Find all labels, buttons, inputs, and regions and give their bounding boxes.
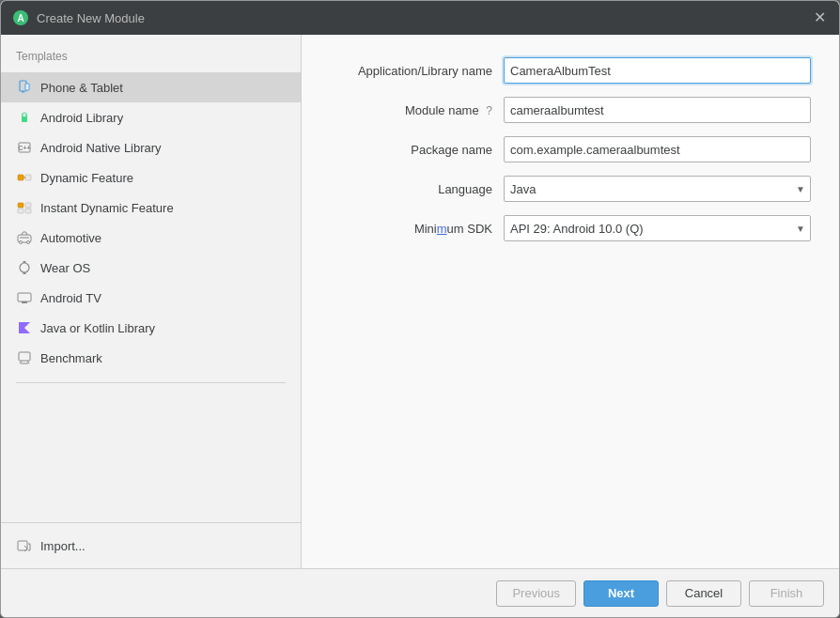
module-name-input[interactable] (504, 97, 811, 123)
sidebar-item-label: Wear OS (40, 261, 90, 275)
package-name-row: Package name (330, 136, 811, 162)
sidebar-item-wear-os[interactable]: Wear OS (1, 253, 301, 283)
sidebar-divider (16, 382, 286, 383)
wear-icon (16, 259, 33, 276)
min-sdk-row: Minimum SDK API 29: Android 10.0 (Q) API… (330, 215, 811, 241)
app-name-row: Application/Library name (330, 57, 811, 84)
main-content: Application/Library name Module name ? P… (302, 35, 839, 568)
package-name-label: Package name (330, 143, 504, 157)
sidebar-item-benchmark[interactable]: Benchmark (1, 343, 301, 373)
close-button[interactable]: ✕ (812, 10, 828, 25)
app-name-label: Application/Library name (330, 64, 504, 78)
kotlin-icon (16, 319, 33, 336)
sidebar-item-android-native[interactable]: C++ Android Native Library (1, 132, 301, 162)
dialog-footer: Previous Next Cancel Finish (1, 568, 839, 617)
native-icon: C++ (16, 139, 33, 156)
sidebar-item-label: Dynamic Feature (40, 171, 133, 185)
svg-rect-20 (23, 272, 26, 274)
create-module-dialog: A Create New Module ✕ Templates Phone & … (0, 0, 840, 618)
svg-text:C++: C++ (18, 145, 30, 151)
tv-icon (16, 289, 33, 306)
instant-icon (16, 199, 33, 216)
sidebar-item-import[interactable]: Import... (1, 531, 301, 561)
sidebar-item-instant-dynamic[interactable]: Instant Dynamic Feature (1, 193, 301, 223)
sidebar-item-label: Phone & Tablet (40, 81, 123, 95)
app-name-input[interactable] (504, 57, 811, 84)
svg-rect-13 (25, 203, 31, 208)
svg-point-16 (20, 241, 23, 244)
svg-text:A: A (17, 13, 23, 23)
svg-rect-11 (18, 203, 23, 208)
dynamic-icon (16, 169, 33, 186)
previous-button[interactable]: Previous (496, 580, 576, 607)
sidebar-item-dynamic-feature[interactable]: Dynamic Feature (1, 162, 301, 193)
next-button[interactable]: Next (583, 580, 659, 607)
svg-rect-22 (22, 301, 27, 303)
svg-marker-23 (19, 322, 30, 333)
svg-rect-25 (18, 541, 27, 550)
sidebar: Templates Phone & Tablet (1, 35, 302, 568)
svg-rect-12 (18, 209, 23, 213)
svg-rect-9 (18, 175, 23, 180)
bench-icon (16, 349, 33, 366)
sidebar-item-android-tv[interactable]: Android TV (1, 283, 301, 313)
svg-rect-24 (19, 352, 30, 361)
dialog-title: Create New Module (37, 11, 145, 25)
language-row: Language Java Kotlin ▼ (330, 176, 811, 202)
android-icon (16, 109, 33, 126)
language-select-wrapper: Java Kotlin ▼ (504, 176, 811, 202)
sidebar-item-label: Android Library (40, 111, 123, 125)
finish-button[interactable]: Finish (749, 580, 824, 607)
svg-rect-19 (23, 261, 26, 263)
language-label: Language (330, 182, 504, 196)
package-name-input[interactable] (504, 136, 811, 162)
min-sdk-select[interactable]: API 29: Android 10.0 (Q) API 28: Android… (504, 215, 811, 241)
auto-icon (16, 229, 33, 246)
package-label-text: Package name (411, 143, 492, 157)
svg-point-18 (20, 263, 29, 272)
sidebar-bottom: Import... (1, 522, 301, 568)
sidebar-item-label: Java or Kotlin Library (40, 321, 155, 335)
module-name-row: Module name ? (330, 97, 811, 123)
sidebar-item-label: Android TV (40, 291, 101, 305)
sidebar-item-phone-tablet[interactable]: Phone & Tablet (1, 72, 301, 102)
svg-rect-4 (25, 84, 29, 90)
sidebar-item-label: Benchmark (40, 351, 102, 365)
dialog-body: Templates Phone & Tablet (1, 35, 839, 568)
sidebar-item-label: Android Native Library (40, 141, 162, 155)
sidebar-item-automotive[interactable]: Automotive (1, 223, 301, 253)
svg-rect-3 (22, 91, 24, 93)
sidebar-title: Templates (1, 44, 301, 72)
svg-rect-14 (25, 209, 31, 213)
app-logo-icon: A (12, 9, 29, 26)
help-icon[interactable]: ? (486, 104, 492, 117)
min-sdk-label: Minimum SDK (330, 222, 504, 236)
title-bar-left: A Create New Module (12, 9, 145, 26)
sidebar-item-android-library[interactable]: Android Library (1, 102, 301, 132)
module-name-label: Module name ? (330, 103, 504, 117)
sidebar-item-label: Automotive (40, 231, 101, 245)
svg-rect-21 (18, 293, 31, 301)
title-bar: A Create New Module ✕ (1, 1, 839, 35)
import-label: Import... (40, 539, 86, 553)
svg-rect-10 (25, 175, 31, 180)
import-icon (16, 537, 33, 554)
language-select[interactable]: Java Kotlin (504, 176, 811, 202)
svg-point-17 (27, 241, 30, 244)
sidebar-item-java-kotlin[interactable]: Java or Kotlin Library (1, 313, 301, 343)
sidebar-item-label: Instant Dynamic Feature (40, 201, 174, 215)
cancel-button[interactable]: Cancel (666, 580, 741, 607)
phone-icon (16, 79, 33, 96)
min-sdk-select-wrapper: API 29: Android 10.0 (Q) API 28: Android… (504, 215, 811, 241)
